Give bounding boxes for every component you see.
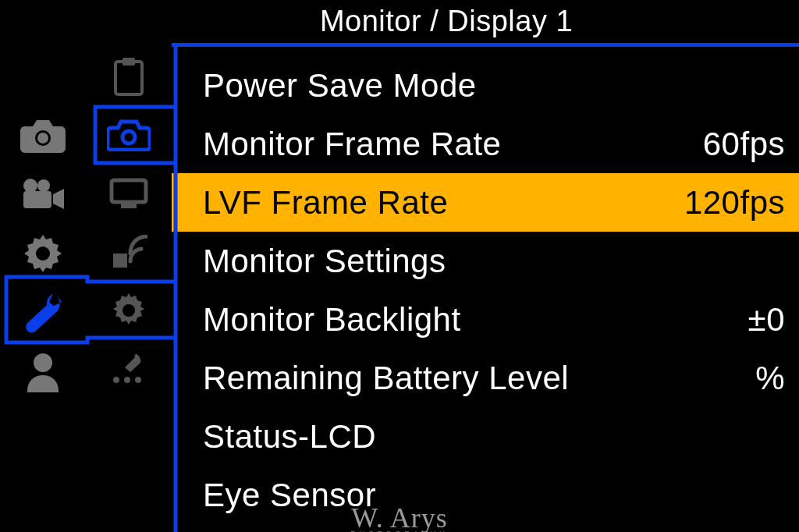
primary-tab-column xyxy=(0,43,86,532)
tab-video[interactable] xyxy=(0,165,86,224)
wireless-icon xyxy=(110,235,147,269)
subtab-tool[interactable] xyxy=(86,339,172,398)
svg-point-1 xyxy=(37,133,48,144)
subtab-camera[interactable] xyxy=(86,105,172,164)
menu-item-status-lcd[interactable]: Status-LCD xyxy=(172,407,799,466)
svg-rect-7 xyxy=(115,62,142,94)
menu-item-power-save[interactable]: Power Save Mode xyxy=(172,56,799,115)
gear-icon xyxy=(111,293,147,328)
watermark: W. Arys PHOTOGRAPHY xyxy=(351,505,449,532)
svg-point-13 xyxy=(123,304,135,317)
menu-item-monitor-settings[interactable]: Monitor Settings xyxy=(172,232,799,290)
menu-item-lvf-frame-rate[interactable]: LVF Frame Rate 120fps xyxy=(172,173,799,232)
clipboard-icon xyxy=(113,57,144,96)
camera-icon xyxy=(20,117,66,153)
menu-item-label: Monitor Settings xyxy=(203,243,446,280)
svg-rect-11 xyxy=(121,204,137,208)
tool-icon xyxy=(110,353,147,385)
tab-camera[interactable] xyxy=(0,105,86,165)
menu-item-value: ±0 xyxy=(748,301,785,339)
menu-item-monitor-frame-rate[interactable]: Monitor Frame Rate 60fps xyxy=(172,115,799,173)
tab-wrench[interactable] xyxy=(0,283,86,342)
svg-point-15 xyxy=(124,377,130,383)
tab-user[interactable] xyxy=(0,342,86,402)
svg-rect-10 xyxy=(112,180,146,202)
subtab-clipboard[interactable] xyxy=(86,47,172,105)
menu-item-label: Monitor Frame Rate xyxy=(203,126,501,163)
svg-point-6 xyxy=(34,353,52,372)
svg-rect-4 xyxy=(23,191,51,208)
tab-gear[interactable] xyxy=(0,224,86,283)
menu-item-monitor-backlight[interactable]: Monitor Backlight ±0 xyxy=(172,290,799,349)
menu-item-eye-sensor[interactable]: Eye Sensor xyxy=(172,466,799,524)
watermark-name: W. Arys xyxy=(351,502,448,532)
menu-item-label: Monitor Backlight xyxy=(203,301,461,339)
subtab-monitor[interactable] xyxy=(86,164,172,222)
menu-item-label: LVF Frame Rate xyxy=(203,184,448,222)
menu-item-value: % xyxy=(755,360,785,397)
svg-point-16 xyxy=(135,377,141,383)
menu-item-value: 60fps xyxy=(703,126,785,163)
svg-point-9 xyxy=(123,131,135,144)
monitor-icon xyxy=(109,178,148,209)
page-title: Monitor / Display 1 xyxy=(0,0,799,43)
menu-panel: Power Save Mode Monitor Frame Rate 60fps… xyxy=(172,43,799,532)
user-icon xyxy=(24,352,62,392)
svg-point-3 xyxy=(37,179,50,192)
menu-item-label: Remaining Battery Level xyxy=(203,360,569,397)
menu-item-value: 120fps xyxy=(684,184,785,222)
menu-list: Power Save Mode Monitor Frame Rate 60fps… xyxy=(172,47,799,524)
video-camera-icon xyxy=(20,177,66,211)
svg-point-5 xyxy=(36,246,50,261)
menu-item-battery-level[interactable]: Remaining Battery Level % xyxy=(172,349,799,407)
svg-rect-12 xyxy=(113,254,127,268)
wrench-icon xyxy=(20,291,66,335)
svg-rect-8 xyxy=(123,58,135,66)
gear-icon xyxy=(23,233,63,274)
menu-item-label: Status-LCD xyxy=(203,418,376,456)
subtab-gear[interactable] xyxy=(86,281,172,339)
svg-point-14 xyxy=(113,377,119,383)
title-text: Monitor / Display 1 xyxy=(320,5,573,38)
sub-tab-column xyxy=(86,43,172,532)
subtab-wireless[interactable] xyxy=(86,222,172,281)
svg-point-2 xyxy=(23,179,37,193)
camera-icon xyxy=(107,119,151,151)
menu-item-label: Power Save Mode xyxy=(203,67,477,105)
